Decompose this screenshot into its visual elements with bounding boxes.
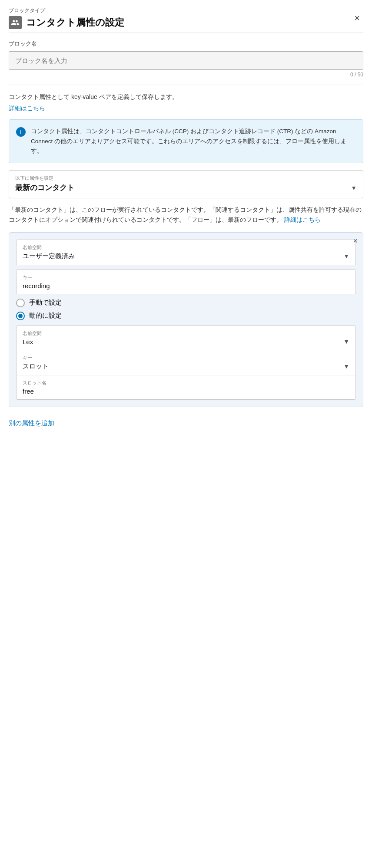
contact-dropdown-item: 以下に属性を設定 最新のコンタクト ▼ xyxy=(9,171,363,198)
radio-circle-dynamic xyxy=(16,312,25,320)
body-text-link[interactable]: 詳細はこちら xyxy=(284,216,321,223)
modal-header: ブロックタイプ コンタクト属性の設定 × xyxy=(0,0,372,33)
char-count: 0 / 50 xyxy=(9,72,363,78)
block-name-input[interactable] xyxy=(9,51,363,70)
block-name-section: ブロック名 0 / 50 xyxy=(0,33,372,85)
namespace-field[interactable]: 名前空間 ユーザー定義済み ▼ xyxy=(16,240,356,265)
namespace-chevron-icon: ▼ xyxy=(343,253,349,260)
attribute-card-close-button[interactable]: × xyxy=(353,237,358,245)
dynamic-key-field[interactable]: キー スロット ▼ xyxy=(17,350,355,375)
contact-dropdown-value-row: 最新のコンタクト ▼ xyxy=(15,183,357,193)
info-text: コンタクト属性は、コンタクトコントロールパネル (CCP) およびコンタクト追跡… xyxy=(31,127,356,156)
attribute-card: × 名前空間 ユーザー定義済み ▼ キー recording 手動で設定 動的に… xyxy=(9,232,363,407)
contact-dropdown-chevron-icon: ▼ xyxy=(351,184,357,191)
contact-dropdown-value: 最新のコンタクト xyxy=(15,183,74,193)
radio-label-dynamic: 動的に設定 xyxy=(29,312,62,320)
block-type-label: ブロックタイプ xyxy=(9,7,124,14)
slot-name-field: スロット名 free xyxy=(17,375,355,399)
namespace-value-row: ユーザー定義済み ▼ xyxy=(23,252,349,260)
dynamic-key-label: キー xyxy=(23,355,349,361)
dynamic-section: 名前空間 Lex ▼ キー スロット ▼ スロット名 free xyxy=(16,326,356,400)
slot-name-label: スロット名 xyxy=(23,380,349,386)
dynamic-namespace-chevron-icon: ▼ xyxy=(343,338,349,345)
dynamic-namespace-value: Lex xyxy=(23,338,33,345)
radio-option-manual[interactable]: 手動で設定 xyxy=(16,299,356,307)
dynamic-namespace-value-row: Lex ▼ xyxy=(23,338,349,345)
dynamic-namespace-label: 名前空間 xyxy=(23,330,349,337)
dynamic-key-chevron-icon: ▼ xyxy=(343,363,349,370)
contact-attribute-icon xyxy=(9,16,22,29)
namespace-value: ユーザー定義済み xyxy=(23,252,75,260)
radio-circle-manual xyxy=(16,299,25,307)
slot-name-value: free xyxy=(23,388,349,395)
close-button[interactable]: × xyxy=(351,12,363,25)
block-name-label: ブロック名 xyxy=(9,40,363,48)
add-attribute-link[interactable]: 別の属性を追加 xyxy=(0,416,63,436)
description-section: コンタクト属性として key-value ペアを定義して保存します。 詳細はこち… xyxy=(0,85,372,119)
description-link[interactable]: 詳細はこちら xyxy=(9,105,45,112)
key-field: キー recording xyxy=(16,270,356,294)
modal-container: ブロックタイプ コンタクト属性の設定 × ブロック名 0 / 50 コンタクト属… xyxy=(0,0,372,868)
info-icon: i xyxy=(16,127,26,137)
body-text-section: 「最新のコンタクト」は、このフローが実行されているコンタクトです。「関連するコン… xyxy=(0,205,372,232)
contact-dropdown[interactable]: 以下に属性を設定 最新のコンタクト ▼ xyxy=(9,170,363,198)
info-box: i コンタクト属性は、コンタクトコントロールパネル (CCP) およびコンタクト… xyxy=(9,119,363,163)
radio-option-dynamic[interactable]: 動的に設定 xyxy=(16,312,356,320)
modal-title: コンタクト属性の設定 xyxy=(26,16,124,29)
key-value: recording xyxy=(23,282,349,289)
contact-dropdown-label: 以下に属性を設定 xyxy=(15,175,357,181)
dynamic-namespace-field[interactable]: 名前空間 Lex ▼ xyxy=(17,326,355,350)
radio-group: 手動で設定 動的に設定 xyxy=(16,299,356,320)
namespace-label: 名前空間 xyxy=(23,244,349,251)
description-text: コンタクト属性として key-value ペアを定義して保存します。 xyxy=(9,92,363,102)
key-label: キー xyxy=(23,274,349,281)
dynamic-key-value-row: スロット ▼ xyxy=(23,362,349,371)
radio-label-manual: 手動で設定 xyxy=(29,299,62,307)
dynamic-key-value: スロット xyxy=(23,362,49,371)
modal-title-row: コンタクト属性の設定 xyxy=(9,16,124,29)
modal-header-left: ブロックタイプ コンタクト属性の設定 xyxy=(9,7,124,29)
